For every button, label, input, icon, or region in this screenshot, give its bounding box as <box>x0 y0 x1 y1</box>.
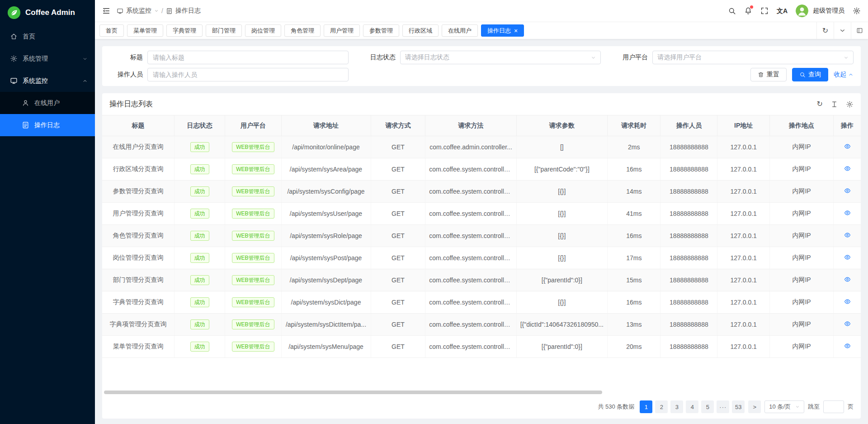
tab[interactable]: 首页 <box>99 24 124 37</box>
page-button[interactable]: 2 <box>655 400 668 413</box>
cell-title: 角色管理分页查询 <box>102 225 174 247</box>
cell-platform: WEB管理后台 <box>225 158 281 181</box>
notification-bell[interactable] <box>744 7 752 15</box>
column-height-icon[interactable] <box>830 100 838 108</box>
cell-duration: 15ms <box>608 269 660 291</box>
view-detail-button[interactable] <box>843 232 852 239</box>
column-header[interactable]: 操作 <box>834 115 861 136</box>
search-button[interactable]: 查询 <box>792 68 828 81</box>
tab[interactable]: 角色管理 <box>284 24 321 37</box>
cell-platform: WEB管理后台 <box>225 247 281 269</box>
next-page-button[interactable]: > <box>748 400 761 413</box>
cell-method: GET <box>371 336 425 358</box>
collapse-sidebar-icon[interactable] <box>102 7 110 15</box>
cell-method: GET <box>371 247 425 269</box>
tab[interactable]: 在线用户 <box>442 24 478 37</box>
status-badge: 成功 <box>190 164 209 174</box>
cell-params: [{}] <box>516 203 607 225</box>
page-button[interactable]: 4 <box>686 400 698 413</box>
column-header[interactable]: 标题 <box>102 115 174 136</box>
column-header[interactable]: 请求方式 <box>371 115 425 136</box>
chevron-up-icon <box>848 72 854 77</box>
refresh-icon[interactable]: ↻ <box>817 100 823 108</box>
column-header[interactable]: 日志状态 <box>174 115 225 136</box>
operator-input[interactable] <box>147 68 349 81</box>
search-icon[interactable] <box>728 7 736 15</box>
tab-options-button[interactable] <box>834 22 851 39</box>
column-header[interactable]: 请求耗时 <box>608 115 660 136</box>
tab[interactable]: 部门管理 <box>206 24 242 37</box>
chevron-down-icon[interactable] <box>154 9 159 13</box>
main-area: 系统监控 / 操作日志 文A 超级管理员 <box>95 0 868 424</box>
cell-status: 成功 <box>174 314 225 336</box>
cell-title: 字典管理分页查询 <box>102 291 174 314</box>
cell-action <box>834 336 861 358</box>
avatar[interactable] <box>796 5 808 17</box>
page-button[interactable]: 5 <box>701 400 714 413</box>
cell-duration: 16ms <box>608 291 660 314</box>
cell-action <box>834 158 861 181</box>
tab[interactable]: 菜单管理 <box>127 24 163 37</box>
sidebar-item-system-mgmt[interactable]: 系统管理 <box>0 48 95 70</box>
view-detail-button[interactable] <box>843 276 852 283</box>
column-header[interactable]: 操作地点 <box>770 115 834 136</box>
column-header[interactable]: 请求地址 <box>281 115 371 136</box>
page-content: 标题 日志状态 请选择日志状态 用户平台 请选择用户平台 <box>95 39 868 424</box>
column-header[interactable]: 请求参数 <box>516 115 607 136</box>
view-detail-button[interactable] <box>843 298 852 305</box>
sidebar-item-system-monitor[interactable]: 系统监控 <box>0 70 95 92</box>
cell-ip: 127.0.0.1 <box>717 158 770 181</box>
page-button[interactable]: 1 <box>640 400 652 413</box>
sidebar-item-online-users[interactable]: 在线用户 <box>0 92 95 114</box>
cell-ip: 127.0.0.1 <box>717 225 770 247</box>
user-name[interactable]: 超级管理员 <box>813 7 844 15</box>
close-icon[interactable]: × <box>514 28 518 34</box>
cell-params: [{}] <box>516 181 607 203</box>
view-detail-button[interactable] <box>843 187 852 195</box>
tab-label: 字典管理 <box>173 27 196 35</box>
page-button[interactable]: 3 <box>670 400 683 413</box>
view-detail-button[interactable] <box>843 165 852 172</box>
column-header[interactable]: IP地址 <box>717 115 770 136</box>
tab[interactable]: 操作日志 × <box>481 24 524 37</box>
tab[interactable]: 字典管理 <box>166 24 203 37</box>
view-detail-button[interactable] <box>843 320 852 328</box>
layout-toggle-button[interactable] <box>851 22 868 39</box>
settings-gear-icon[interactable] <box>853 7 861 15</box>
logo[interactable]: Coffee Admin <box>0 0 95 25</box>
tab[interactable]: 行政区域 <box>402 24 439 37</box>
refresh-tabs-button[interactable]: ↻ <box>816 22 834 39</box>
page-button[interactable]: 53 <box>732 400 745 413</box>
sidebar-item-home[interactable]: 首页 <box>0 25 95 48</box>
cell-action <box>834 247 861 269</box>
sidebar-item-operation-log[interactable]: 操作日志 <box>0 114 95 136</box>
breadcrumb-parent[interactable]: 系统监控 <box>126 7 151 15</box>
column-header[interactable]: 用户平台 <box>225 115 281 136</box>
title-input[interactable] <box>147 51 349 64</box>
filter-field-platform: 用户平台 请选择用户平台 <box>614 51 854 64</box>
eye-icon <box>844 232 851 238</box>
view-detail-button[interactable] <box>843 143 852 150</box>
tab[interactable]: 用户管理 <box>324 24 360 37</box>
column-header[interactable]: 请求方法 <box>425 115 516 136</box>
page-button[interactable]: ··· <box>717 400 729 413</box>
page-size-select[interactable]: 10 条/页 <box>764 400 804 413</box>
platform-badge: WEB管理后台 <box>232 319 274 329</box>
translate-icon[interactable]: 文A <box>777 8 788 14</box>
status-select[interactable]: 请选择日志状态 <box>400 51 601 64</box>
view-detail-button[interactable] <box>843 254 852 261</box>
jump-page-input[interactable] <box>823 400 844 413</box>
column-header[interactable]: 操作人员 <box>660 115 717 136</box>
horizontal-scrollbar[interactable] <box>104 391 602 394</box>
view-detail-button[interactable] <box>843 210 852 217</box>
cell-location: 内网IP <box>770 203 834 225</box>
collapse-filter-link[interactable]: 收起 <box>834 71 854 79</box>
tab[interactable]: 参数管理 <box>363 24 399 37</box>
platform-select[interactable]: 请选择用户平台 <box>652 51 854 64</box>
view-detail-button[interactable] <box>843 343 852 350</box>
platform-badge: WEB管理后台 <box>232 142 274 152</box>
column-settings-gear-icon[interactable] <box>846 100 854 108</box>
reset-button[interactable]: 重置 <box>750 68 787 81</box>
tab[interactable]: 岗位管理 <box>245 24 281 37</box>
fullscreen-icon[interactable] <box>760 7 769 15</box>
